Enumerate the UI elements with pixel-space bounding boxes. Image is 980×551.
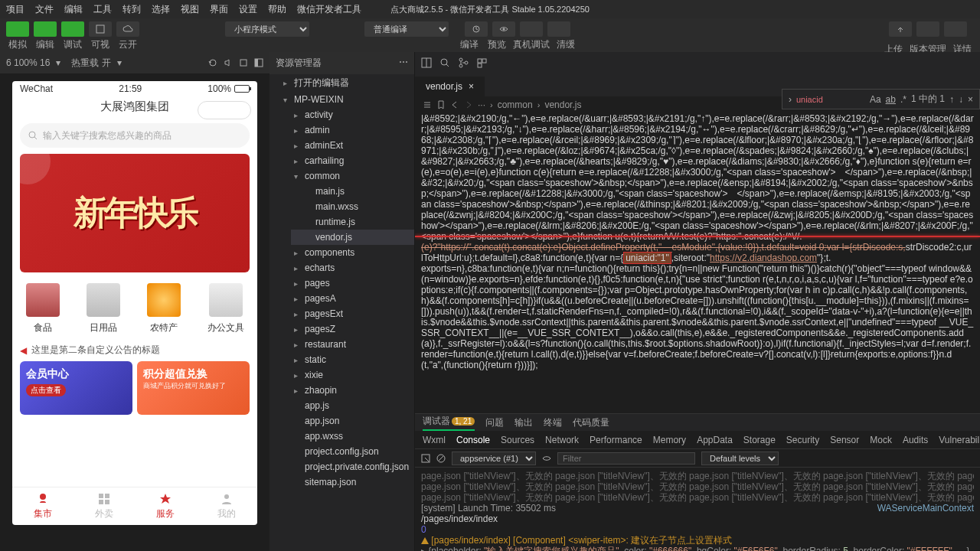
menu-help[interactable]: 帮助 <box>268 3 286 16</box>
compile-select[interactable]: 普通编译 <box>364 21 449 37</box>
promo-points[interactable]: 积分超值兑换商城产品积分就可兑换好了 <box>137 361 250 415</box>
menu-tool[interactable]: 工具 <box>93 3 112 16</box>
file-appjs[interactable]: app.js <box>280 398 414 413</box>
mode-select[interactable]: 小程序模式 <box>225 21 309 37</box>
fwd-icon[interactable] <box>464 100 473 109</box>
dock-icon[interactable] <box>254 58 263 67</box>
file-projconfig[interactable]: project.config.json <box>280 444 414 459</box>
promo-member[interactable]: 会员中心点击查看 <box>20 361 132 415</box>
menu-devtools[interactable]: 微信开发者工具 <box>297 3 361 16</box>
tab-market[interactable]: 集市 <box>12 487 74 525</box>
tab-output[interactable]: 输出 <box>514 416 533 429</box>
file-mainwxss[interactable]: main.wxss <box>291 199 414 214</box>
menu-goto[interactable]: 转到 <box>122 3 141 16</box>
folder-common[interactable]: common <box>280 168 414 184</box>
file-appjson[interactable]: app.json <box>280 413 414 429</box>
compile-button[interactable] <box>465 21 488 37</box>
devtab-appdata[interactable]: AppData <box>697 435 733 445</box>
devtab-audits[interactable]: Audits <box>903 435 928 445</box>
cat-food[interactable]: 食品 <box>26 283 60 334</box>
code-editor[interactable]: |&#8592;|&#x2190;/g,"←"),e=e.replace(/&u… <box>415 113 980 413</box>
folder-echarts[interactable]: echarts <box>280 260 414 276</box>
upload-button[interactable] <box>889 21 912 37</box>
clear-cache-button[interactable] <box>547 21 570 37</box>
banner[interactable]: 新年快乐 <box>20 154 250 272</box>
folder-pagesext[interactable]: pagesExt <box>280 306 414 321</box>
devtab-wxml[interactable]: Wxml <box>423 435 446 445</box>
cut-icon[interactable] <box>239 58 248 67</box>
eye-icon[interactable] <box>542 454 551 463</box>
explorer-menu-icon[interactable]: ⋯ <box>399 57 408 70</box>
tab-delivery[interactable]: 外卖 <box>74 487 135 525</box>
tab-quality[interactable]: 代码质量 <box>573 416 609 429</box>
menu-ui[interactable]: 界面 <box>210 3 228 16</box>
menu-select[interactable]: 选择 <box>152 3 170 16</box>
devtab-security[interactable]: Security <box>786 435 819 445</box>
tab-debugger[interactable]: 调试器1, 21 <box>423 415 475 431</box>
search-expand-icon[interactable]: › <box>789 94 792 105</box>
list-icon[interactable] <box>423 100 432 109</box>
menu-project[interactable]: 项目 <box>6 3 24 16</box>
capsule-button[interactable] <box>198 101 251 119</box>
mute-icon[interactable] <box>224 58 233 67</box>
folder-static[interactable]: static <box>280 352 414 367</box>
folder-pagesz[interactable]: pagesZ <box>280 321 414 337</box>
filter-input[interactable] <box>557 452 695 465</box>
devtab-sensor[interactable]: Sensor <box>830 435 859 445</box>
menu-settings[interactable]: 设置 <box>239 3 257 16</box>
devtab-mock[interactable]: Mock <box>870 435 892 445</box>
inspect-icon[interactable] <box>421 454 430 463</box>
folder-xixie[interactable]: xixie <box>280 367 414 383</box>
devtab-console[interactable]: Console <box>456 435 490 445</box>
file-runtimejs[interactable]: runtime.js <box>291 214 414 230</box>
folder-carhailing[interactable]: carhailing <box>280 153 414 168</box>
cat-local[interactable]: 农特产 <box>147 283 181 334</box>
search-input[interactable]: 输入关键字搜索您感兴趣的商品 <box>20 123 250 148</box>
menu-file[interactable]: 文件 <box>35 3 54 16</box>
folder-restaurant[interactable]: restaurant <box>280 337 414 352</box>
tab-terminal[interactable]: 终端 <box>544 416 562 429</box>
next-match-icon[interactable]: ↓ <box>959 94 963 105</box>
version-button[interactable] <box>916 21 939 37</box>
devtab-perf[interactable]: Performance <box>590 435 642 445</box>
ext-icon[interactable] <box>476 57 487 68</box>
folder-zhaopin[interactable]: zhaopin <box>280 383 414 398</box>
log-object[interactable]: ▸ {placeholder: "输入关键字搜索您感兴趣的商品", color:… <box>421 546 974 551</box>
file-appwxss[interactable]: app.wxss <box>280 429 414 444</box>
devtab-vuln[interactable]: Vulnerability <box>939 435 980 445</box>
folder-admin[interactable]: admin <box>280 122 414 138</box>
match-case-icon[interactable]: Aa <box>870 94 881 105</box>
visualize-toggle[interactable] <box>89 21 112 37</box>
project-root[interactable]: MP-WEIXIN <box>270 92 414 107</box>
preview-button[interactable] <box>492 21 515 37</box>
folder-adminext[interactable]: adminExt <box>280 138 414 153</box>
console-output[interactable]: page.json ["titleNView"]、无效的 page.json [… <box>415 468 980 551</box>
search-file-icon[interactable] <box>439 57 450 68</box>
close-tab-icon[interactable]: × <box>469 81 474 92</box>
folder-pages[interactable]: pages <box>280 276 414 291</box>
cat-daily[interactable]: 日用品 <box>87 283 120 334</box>
bookmark-icon[interactable] <box>436 100 446 109</box>
hot-reload-label[interactable]: 热重载 开 <box>71 57 110 70</box>
match-word-icon[interactable]: ab <box>886 94 896 105</box>
folder-components[interactable]: components <box>280 245 414 260</box>
open-editors-group[interactable]: 打开的编辑器 <box>270 74 414 92</box>
tab-profile[interactable]: 我的 <box>196 487 257 525</box>
search-input-editor[interactable] <box>796 95 865 104</box>
zoom-label[interactable]: 6 100% 16 <box>6 57 50 68</box>
devtab-memory[interactable]: Memory <box>653 435 686 445</box>
tab-service[interactable]: 服务 <box>135 487 196 525</box>
close-search-icon[interactable]: × <box>968 94 973 105</box>
devtab-storage[interactable]: Storage <box>743 435 776 445</box>
back-icon[interactable] <box>450 100 459 109</box>
levels-select[interactable]: Default levels <box>701 452 779 465</box>
folder-pagesa[interactable]: pagesA <box>280 291 414 306</box>
notice-bar[interactable]: ◀ 这里是第二条自定义公告的标题 <box>12 339 257 361</box>
git-icon[interactable] <box>458 57 469 68</box>
prev-match-icon[interactable]: ↑ <box>949 94 954 105</box>
split-icon[interactable] <box>421 57 432 68</box>
folder-activity[interactable]: activity <box>280 107 414 122</box>
context-select[interactable]: appservice (#1) <box>452 452 536 465</box>
file-vendorjs[interactable]: vendor.js <box>291 230 414 245</box>
tab-problems[interactable]: 问题 <box>485 416 504 429</box>
